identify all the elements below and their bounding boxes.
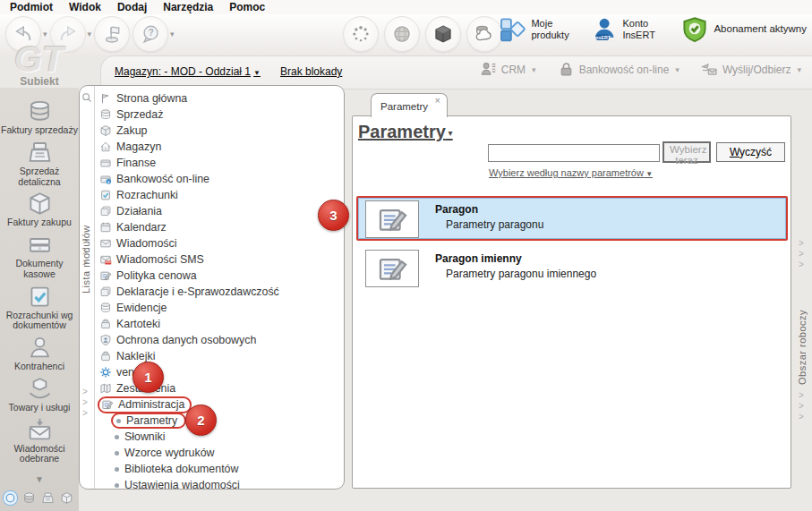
- tree-item-sprzedaż[interactable]: Sprzedaż: [95, 106, 342, 123]
- menu-narzędzia[interactable]: Narzędzia: [155, 1, 221, 13]
- sidebar-item-label: Faktury zakupu: [7, 217, 72, 228]
- filter-by-name-link[interactable]: Wybierz według nazwy parametrów ▼: [489, 167, 653, 178]
- modules-strip[interactable]: >>> Lista modułów >>>: [80, 86, 95, 489]
- help-bubble-button[interactable]: [132, 16, 168, 52]
- tree-item-parametry[interactable]: Parametry: [95, 413, 342, 429]
- tab-label: Parametry: [380, 101, 428, 112]
- clear-button[interactable]: Wyczyść: [716, 142, 785, 162]
- wallet-e-icon: [99, 173, 112, 185]
- tree-item-wiadomości-sms[interactable]: Wiadomości SMS: [95, 251, 342, 268]
- globe-button[interactable]: [384, 16, 420, 52]
- annotation-highlight-box: Parametry: [111, 413, 186, 429]
- context-module-crm[interactable]: CRM▾: [480, 61, 536, 78]
- tree-item-ochrona-danych-osobowych[interactable]: Ochrona danych osobowych: [95, 332, 342, 348]
- main-toolbar: ▾▾▾ ▾ Moje produktyKonto InsERTAbonament…: [0, 14, 812, 55]
- sidebar-item-wiadomości-odebrane[interactable]: Wiadomości odebrane: [0, 417, 79, 465]
- sidebar-item-sprzedaż-detaliczna[interactable]: Sprzedaż detaliczna: [0, 140, 79, 188]
- tree-item-bankowość-on-line[interactable]: Bankowość on-line: [95, 171, 342, 187]
- tree-item-słowniki[interactable]: Słowniki: [95, 429, 342, 445]
- sidebar-item-towary-i-usługi[interactable]: Towary i usługi: [0, 376, 79, 413]
- tree-item-deklaracje-i-e-sprawozdawczość[interactable]: Deklaracje i e-Sprawozdawczość: [95, 284, 342, 300]
- edit-doc-icon: [376, 252, 408, 285]
- toolbar-label: Abonament aktywny: [714, 23, 807, 35]
- tree-item-label: Kalendarz: [116, 221, 167, 234]
- tree-item-zakup[interactable]: Zakup: [95, 123, 342, 139]
- sidebar-item-label: Towary i usługi: [9, 403, 71, 413]
- dropdown-caret-icon[interactable]: ▾: [43, 30, 47, 38]
- select-now-button[interactable]: Wybierz teraz: [662, 141, 711, 163]
- context-module-wyślij-odbierz[interactable]: Wyślij/Odbierz▾: [701, 61, 801, 78]
- tree-item-administracja[interactable]: Administracja: [95, 396, 342, 413]
- module-shortcut-coins[interactable]: [21, 490, 37, 506]
- check-doc-icon: [27, 284, 53, 310]
- close-tab-icon[interactable]: ×: [435, 95, 440, 106]
- dropdown-caret-icon[interactable]: ▾: [532, 65, 536, 74]
- cloud-services-button[interactable]: [466, 16, 502, 52]
- tree-item-finanse[interactable]: Finanse: [95, 155, 342, 171]
- map-icon: [99, 382, 112, 395]
- sidebar-item-faktury-sprzedaży[interactable]: Faktury sprzedaży: [0, 98, 79, 136]
- module-shortcut-register[interactable]: [40, 490, 56, 506]
- dropdown-caret-icon[interactable]: ▾: [797, 65, 801, 74]
- tree-item-naklejki[interactable]: Naklejki: [95, 348, 342, 364]
- page-title[interactable]: Parametry ▾: [358, 122, 453, 142]
- tree-item-rozrachunki[interactable]: Rozrachunki: [95, 187, 342, 203]
- menu-podmiot[interactable]: Podmiot: [2, 1, 61, 13]
- sidebar-item-faktury-zakupu[interactable]: Faktury zakupu: [0, 191, 79, 228]
- tree-item-działania[interactable]: Działania: [95, 203, 342, 219]
- workspace-strip[interactable]: >>> Obszar roboczy >>>: [793, 88, 811, 490]
- tree-item-strona-główna[interactable]: Strona główna: [95, 90, 342, 106]
- bank-lock-icon: [558, 61, 575, 78]
- tree-item-kalendarz[interactable]: Kalendarz: [95, 219, 342, 235]
- warehouse-selector-link[interactable]: Magazyn: - MOD - Oddział 1▼: [115, 65, 261, 78]
- tree-item-zestawienia[interactable]: Zestawienia: [95, 380, 342, 396]
- vendero-dots-button[interactable]: [343, 16, 379, 52]
- sidebar-item-rozrachunki-wg-dokumentów[interactable]: Rozrachunki wg dokumentów: [0, 284, 79, 332]
- modules-tree: Strona głównaSprzedażZakupMagazynFinanse…: [95, 90, 342, 493]
- module-shortcut-circle-dot[interactable]: [3, 490, 18, 506]
- module-shortcut-box[interactable]: [59, 490, 74, 506]
- tree-item-ewidencje[interactable]: Ewidencje: [95, 300, 342, 316]
- dropdown-caret-icon[interactable]: ▾: [170, 30, 175, 38]
- parameter-subtitle: Parametry paragonu: [446, 218, 543, 231]
- lock-status-link[interactable]: Brak blokady: [280, 65, 342, 78]
- subscription-shield-button[interactable]: Abonament aktywny: [681, 16, 807, 43]
- chevron-right-icon: >>>: [799, 390, 804, 422]
- tree-item-ustawienia-wiadomości[interactable]: Ustawienia wiadomości: [95, 477, 342, 493]
- parameter-list: ParagonParametry paragonuParagon imienny…: [356, 196, 788, 294]
- sidebar-scroll-down-icon[interactable]: ▼: [0, 474, 79, 484]
- module-sidebar-items: Faktury sprzedażySprzedaż detalicznaFakt…: [0, 98, 79, 468]
- menu-widok[interactable]: Widok: [61, 1, 109, 13]
- parameter-item-paragon-imienny[interactable]: Paragon imiennyParametry paragonu imienn…: [356, 245, 788, 290]
- tree-item-magazyn[interactable]: Magazyn: [95, 139, 342, 155]
- menu-bar: PodmiotWidokDodajNarzędziaPomoc: [0, 0, 812, 14]
- parameter-title: Paragon: [435, 203, 478, 216]
- context-module-bankowość-on-line[interactable]: Bankowość on-line▾: [558, 61, 680, 78]
- tree-item-polityka-cenowa[interactable]: Polityka cenowa: [95, 268, 342, 284]
- products-button[interactable]: Moje produkty: [499, 16, 577, 43]
- sidebar-item-kontrahenci[interactable]: Kontrahenci: [0, 335, 79, 372]
- context-module-label: Wyślij/Odbierz: [722, 64, 791, 76]
- tab-parametry[interactable]: Parametry ×: [371, 93, 448, 117]
- sidebar-item-dokumenty-kasowe[interactable]: Dokumenty kasowe: [0, 232, 79, 280]
- annotation-step-3: 3: [318, 200, 349, 231]
- insert-account-button[interactable]: Konto InsERT: [590, 16, 669, 43]
- search-modules-icon: [81, 91, 93, 104]
- menu-dodaj[interactable]: Dodaj: [109, 1, 155, 13]
- parameter-item-paragon[interactable]: ParagonParametry paragonu: [356, 196, 788, 241]
- dropdown-caret-icon[interactable]: ▾: [675, 65, 680, 74]
- tree-child-label: Biblioteka dokumentów: [124, 463, 238, 475]
- tree-item-kartoteki[interactable]: Kartoteki: [95, 316, 342, 332]
- title-dropdown-caret-icon: ▾: [446, 128, 453, 138]
- menu-pomoc[interactable]: Pomoc: [221, 1, 273, 13]
- tree-item-wzorce-wydruków[interactable]: Wzorce wydruków: [95, 445, 342, 461]
- tree-item-wiadomości[interactable]: Wiadomości: [95, 235, 342, 251]
- flag-pin-button[interactable]: [94, 16, 130, 52]
- cube-button[interactable]: [425, 16, 461, 52]
- workspace-panel: Parametry ▾ Wybierz teraz Wyczyść Wybier…: [352, 115, 791, 489]
- tree-item-biblioteka-dokumentów[interactable]: Biblioteka dokumentów: [95, 461, 342, 477]
- parameter-search-input[interactable]: [488, 144, 660, 162]
- dropdown-caret-icon[interactable]: ▾: [88, 30, 92, 38]
- tree-item-label: Ewidencje: [116, 302, 167, 314]
- person-icon: [27, 335, 53, 361]
